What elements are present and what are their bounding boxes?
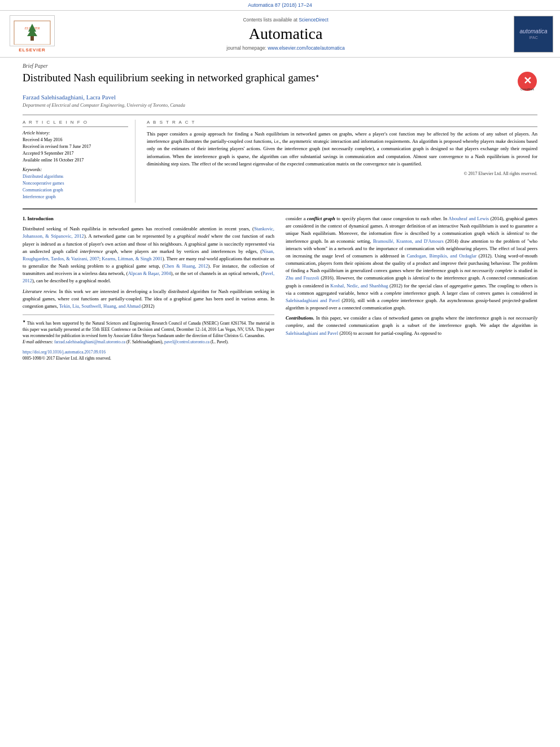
svg-rect-4 xyxy=(30,36,34,41)
kearns-link[interactable]: Kearns, Littman, & Singh 2001 xyxy=(102,256,163,261)
keyword-3: Communication graph xyxy=(23,187,128,194)
body-left-text: 1. Introduction Distributed seeking of N… xyxy=(23,215,274,310)
tekin-link[interactable]: Tekin, Liu, Southwell, Huang, and Ahmad xyxy=(59,303,141,309)
article-abstract-section: A R T I C L E I N F O Article history: R… xyxy=(23,115,537,203)
footnote-area: ★ This work has been supported by the Na… xyxy=(23,314,274,361)
history-title: Article history: xyxy=(23,130,128,136)
article-history: Article history: Received 4 May 2016 Rec… xyxy=(23,130,128,164)
homepage-link[interactable]: www.elsevier.com/locate/automatica xyxy=(268,45,345,51)
homepage-line: journal homepage: www.elsevier.com/locat… xyxy=(63,45,508,51)
abstract-col: A B S T R A C T This paper considers a g… xyxy=(147,120,537,203)
history-accepted: Accepted 9 September 2017 xyxy=(23,150,128,157)
automatica-logo-sub: IFAC xyxy=(529,36,538,40)
citation-bar: Automatica 87 (2018) 17–24 xyxy=(0,0,560,10)
keyword-4: Interference graph xyxy=(23,194,128,200)
intro-heading: 1. Introduction xyxy=(23,215,274,222)
author-lacra-link[interactable]: Lacra Pavel xyxy=(86,94,116,101)
intro-para-1: Distributed seeking of Nash equilibria i… xyxy=(23,225,274,285)
journal-title: Automatica xyxy=(63,25,508,43)
stankovic-link[interactable]: Stankovic, Johansson, & Stipanovic, 2012 xyxy=(23,226,274,239)
email1-link[interactable]: farzad.salehisadaghiani@mail.utoronto.ca xyxy=(54,339,125,344)
contributions-para: Contributions. In this paper, we conside… xyxy=(286,314,537,337)
citation-text: Automatica 87 (2018) 17–24 xyxy=(248,2,312,8)
sciencedirect-link[interactable]: ScienceDirect xyxy=(299,17,328,23)
crossmark-icon: ✕ CrossMark xyxy=(517,71,537,91)
title-star: ★ xyxy=(316,74,319,78)
keywords-section: Keywords: Distributed algorithms Noncoop… xyxy=(23,167,128,200)
right-para-1: consider a conflict graph to specify pla… xyxy=(286,215,537,312)
svg-text:CrossMark: CrossMark xyxy=(520,88,535,91)
main-content: Brief Paper Distributed Nash equilibrium… xyxy=(0,58,560,367)
history-revised: Received in revised form 7 June 2017 xyxy=(23,143,128,150)
salehisadaghiani-pavel-2016-link[interactable]: Salehisadaghiani and Pavel xyxy=(286,330,338,336)
automatica-logo-right: automatica IFAC xyxy=(514,16,553,53)
email-footnote: E-mail addresses: farzad.salehisadaghian… xyxy=(23,339,274,345)
elsevier-wordmark: ELSEVIER xyxy=(19,47,46,53)
koshal-link[interactable]: Koshal, Nedic, and Shanbhag xyxy=(330,283,388,289)
lit-review-para: Literature review. In this work we are i… xyxy=(23,288,274,311)
body-two-col: 1. Introduction Distributed seeking of N… xyxy=(23,215,537,361)
journal-header: ELSEVIER ELSEVIER Contents lists availab… xyxy=(0,10,560,58)
elsevier-logo-svg: ELSEVIER xyxy=(12,19,52,45)
contents-line: Contents lists available at ScienceDirec… xyxy=(63,17,508,23)
zhu-link[interactable]: Zhu and Frazzoli xyxy=(286,275,319,281)
automatica-logo-text: automatica xyxy=(520,28,548,34)
doi-link[interactable]: https://doi.org/10.1016/j.automatica.201… xyxy=(23,350,106,355)
article-info-col: A R T I C L E I N F O Article history: R… xyxy=(23,120,135,203)
authors: Farzad Salehisadaghiani, Lacra Pavel xyxy=(23,94,537,101)
star-footnote: ★ This work has been supported by the Na… xyxy=(23,318,274,339)
author-farzad-link[interactable]: Farzad Salehisadaghiani xyxy=(23,94,83,101)
email2-link[interactable]: pavel@control.utoronto.ca xyxy=(164,339,209,344)
issn-line: 0005-1098/© 2017 Elsevier Ltd. All right… xyxy=(23,355,274,361)
copyright-line: © 2017 Elsevier Ltd. All rights reserved… xyxy=(147,171,537,176)
doi-line: https://doi.org/10.1016/j.automatica.201… xyxy=(23,349,274,355)
bramoulle-link[interactable]: Bramoullé, Kranton, and D'Amours xyxy=(373,238,444,244)
body-right-col: consider a conflict graph to specify pla… xyxy=(286,215,537,361)
svg-text:✕: ✕ xyxy=(523,75,532,86)
body-left-col: 1. Introduction Distributed seeking of N… xyxy=(23,215,274,361)
alpcan-link[interactable]: Alpcan & Başar, 2004 xyxy=(128,270,171,276)
article-info-label: A R T I C L E I N F O xyxy=(23,120,128,127)
elsevier-logo-area: ELSEVIER ELSEVIER xyxy=(7,15,58,53)
elsevier-logo: ELSEVIER xyxy=(10,15,55,46)
abouheaf-link[interactable]: Abouheaf and Lewis xyxy=(448,216,489,221)
abstract-label: A B S T R A C T xyxy=(147,120,537,127)
paper-title: Distributed Nash equilibrium seeking in … xyxy=(23,71,511,85)
history-received: Received 4 May 2016 xyxy=(23,137,128,143)
journal-center: Contents lists available at ScienceDirec… xyxy=(63,17,508,51)
chen-link[interactable]: Chen & Huang, 2012 xyxy=(164,263,208,269)
candogan-link[interactable]: Candogan, Bimpikis, and Ozdaglar xyxy=(406,253,476,259)
brief-paper-label: Brief Paper xyxy=(23,63,537,69)
keyword-2: Noncooperative games xyxy=(23,180,128,187)
affiliation: Department of Electrical and Computer En… xyxy=(23,102,537,108)
keyword-1: Distributed algorithms xyxy=(23,173,128,180)
paper-title-row: Distributed Nash equilibrium seeking in … xyxy=(23,71,537,91)
body-right-text: consider a conflict graph to specify pla… xyxy=(286,215,537,337)
keywords-title: Keywords: xyxy=(23,167,128,172)
section-divider xyxy=(23,208,537,209)
abstract-text: This paper considers a gossip approach f… xyxy=(147,130,537,168)
history-online: Available online 16 October 2017 xyxy=(23,157,128,164)
salehisadaghiani-pavel-link[interactable]: Salehisadaghiani and Pavel xyxy=(286,298,340,303)
